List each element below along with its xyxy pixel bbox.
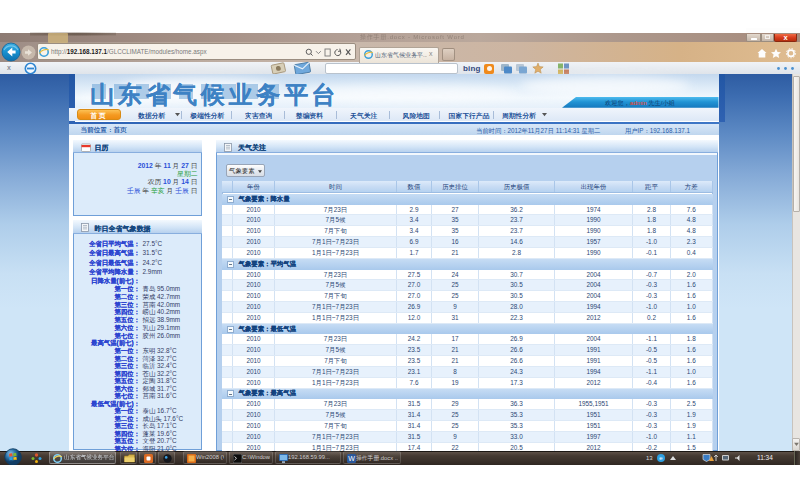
svg-text:W: W — [348, 455, 355, 462]
